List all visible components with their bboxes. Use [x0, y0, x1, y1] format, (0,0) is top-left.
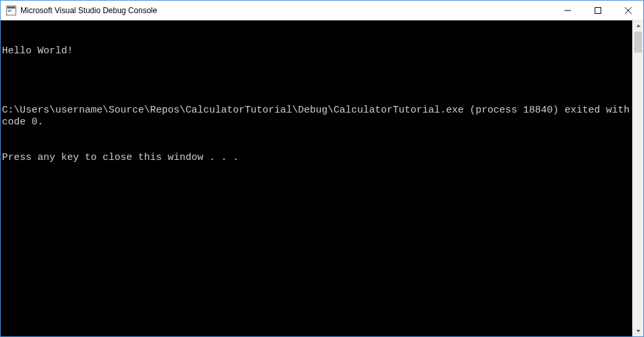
window-controls — [553, 1, 643, 20]
svg-rect-5 — [595, 7, 601, 13]
scrollbar-thumb[interactable] — [634, 32, 642, 53]
console-line: Hello World! — [2, 45, 631, 57]
close-button[interactable] — [613, 1, 643, 20]
minimize-button[interactable] — [553, 1, 583, 20]
app-icon — [6, 5, 16, 16]
console-line: C:\Users\username\Source\Repos\Calculato… — [2, 105, 631, 128]
window-title: Microsoft Visual Studio Debug Console — [20, 6, 553, 15]
console-window: Microsoft Visual Studio Debug Console He… — [0, 0, 644, 337]
svg-rect-2 — [8, 10, 12, 11]
scrollbar-track[interactable] — [633, 32, 643, 325]
svg-rect-3 — [8, 11, 11, 12]
content-area: Hello World! C:\Users\username\Source\Re… — [1, 20, 643, 336]
titlebar[interactable]: Microsoft Visual Studio Debug Console — [1, 1, 643, 20]
svg-rect-1 — [7, 7, 15, 9]
maximize-button[interactable] — [583, 1, 613, 20]
svg-marker-9 — [636, 330, 640, 332]
svg-marker-8 — [636, 24, 640, 27]
vertical-scrollbar[interactable] — [632, 20, 643, 336]
scroll-up-button[interactable] — [633, 20, 643, 32]
console-line: Press any key to close this window . . . — [2, 152, 631, 164]
console-output[interactable]: Hello World! C:\Users\username\Source\Re… — [1, 20, 632, 336]
scroll-down-button[interactable] — [633, 325, 643, 336]
